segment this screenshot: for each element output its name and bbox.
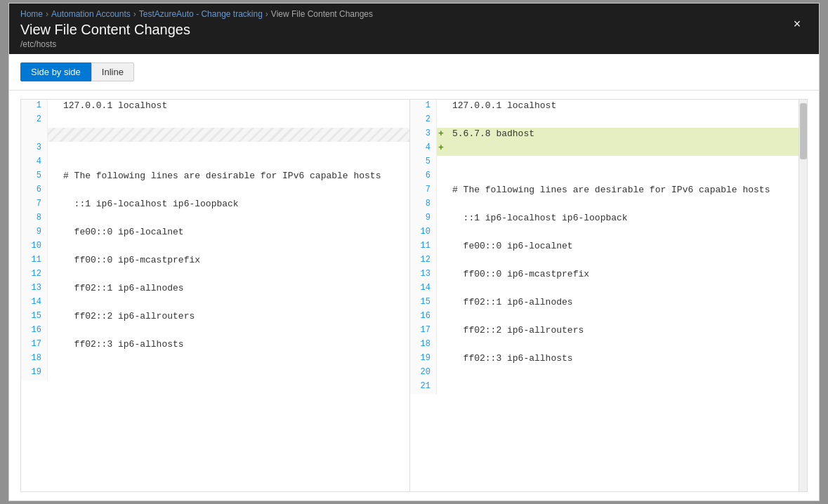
line-change-marker <box>437 198 448 212</box>
line-content: ff02::3 ip6-allhosts <box>59 338 409 352</box>
line-num: 14 <box>410 282 437 296</box>
diff-line: 2 <box>410 114 799 128</box>
breadcrumb-home[interactable]: Home <box>20 9 43 19</box>
line-num: 18 <box>21 352 48 366</box>
line-change-marker <box>48 198 59 212</box>
line-content <box>59 352 409 366</box>
close-button[interactable]: × <box>787 13 808 34</box>
diff-line: 16 <box>21 324 409 338</box>
line-content: ::1 ip6-localhost ip6-loopback <box>448 212 799 226</box>
scrollbar-track[interactable] <box>799 100 807 491</box>
diff-line: 19 <box>21 366 409 380</box>
line-num: 4 <box>21 156 48 170</box>
line-content <box>59 212 409 226</box>
diff-line: 12 <box>410 254 799 268</box>
modal-title: View File Content Changes <box>20 22 808 38</box>
line-num: 2 <box>410 114 437 128</box>
line-change-marker <box>437 338 448 352</box>
line-change-marker <box>48 338 59 352</box>
diff-line: 15 ff02::1 ip6-allnodes <box>410 296 799 310</box>
modal-body: 1127.0.0.1 localhost2345# The following … <box>9 91 819 500</box>
diff-line: 16 <box>410 310 799 324</box>
line-content <box>448 310 799 324</box>
line-content <box>448 142 799 156</box>
line-content <box>448 226 799 240</box>
line-change-marker <box>437 240 448 254</box>
diff-line: 11 ff00::0 ip6-mcastprefix <box>21 254 409 268</box>
line-content <box>448 254 799 268</box>
line-change-marker <box>48 296 59 310</box>
line-change-marker <box>48 142 59 156</box>
diff-line: 6 <box>21 184 409 198</box>
diff-container: 1127.0.0.1 localhost2345# The following … <box>20 99 808 492</box>
line-content <box>59 142 409 156</box>
diff-line: 18 <box>21 352 409 366</box>
modal-overlay: Home › Automation Accounts › TestAzureAu… <box>0 0 828 504</box>
breadcrumb-sep-2: › <box>133 9 136 19</box>
scrollbar-thumb[interactable] <box>800 103 807 159</box>
line-change-marker <box>437 212 448 226</box>
line-change-marker <box>48 324 59 338</box>
line-change-marker <box>437 254 448 268</box>
line-num: 18 <box>410 338 437 352</box>
diff-line: 19 ff02::3 ip6-allhosts <box>410 352 799 366</box>
line-content: ::1 ip6-localhost ip6-loopback <box>59 198 409 212</box>
breadcrumb-automation[interactable]: Automation Accounts <box>51 9 131 19</box>
diff-pane-right[interactable]: 1127.0.0.1 localhost23+5.6.7.8 badhost4+… <box>410 100 799 491</box>
diff-line: 3 <box>21 142 409 156</box>
diff-line-hatched <box>21 128 409 142</box>
tab-inline[interactable]: Inline <box>91 62 134 81</box>
line-change-marker <box>437 184 448 198</box>
line-content: ff02::2 ip6-allrouters <box>448 324 799 338</box>
line-change-marker <box>48 100 59 114</box>
line-change-marker: + <box>437 142 448 156</box>
line-content <box>448 114 799 128</box>
breadcrumb-sep-3: › <box>265 9 268 19</box>
line-change-marker <box>48 240 59 254</box>
line-change-marker <box>437 268 448 282</box>
line-change-marker <box>48 352 59 366</box>
tab-side-by-side[interactable]: Side by side <box>20 62 91 81</box>
diff-line: 11 fe00::0 ip6-localnet <box>410 240 799 254</box>
line-content <box>59 366 409 380</box>
line-change-marker <box>437 380 448 394</box>
diff-pane-left[interactable]: 1127.0.0.1 localhost2345# The following … <box>21 100 410 491</box>
diff-line: 13 ff00::0 ip6-mcastprefix <box>410 268 799 282</box>
diff-line: 5# The following lines are desirable for… <box>21 170 409 184</box>
diff-line: 2 <box>21 114 409 128</box>
line-content: ff00::0 ip6-mcastprefix <box>59 254 409 268</box>
line-content: # The following lines are desirable for … <box>448 184 799 198</box>
line-content <box>448 198 799 212</box>
line-num: 8 <box>21 212 48 226</box>
modal: Home › Automation Accounts › TestAzureAu… <box>8 3 820 501</box>
line-num: 11 <box>21 254 48 268</box>
line-change-marker <box>437 114 448 128</box>
diff-line: 9 fe00::0 ip6-localnet <box>21 226 409 240</box>
line-num: 10 <box>410 226 437 240</box>
line-num: 17 <box>21 338 48 352</box>
diff-line: 20 <box>410 366 799 380</box>
line-content <box>59 184 409 198</box>
hatched-area <box>48 128 409 142</box>
line-change-marker <box>437 366 448 380</box>
diff-line: 18 <box>410 338 799 352</box>
line-num: 19 <box>21 366 48 380</box>
line-change-marker <box>48 226 59 240</box>
diff-line: 7# The following lines are desirable for… <box>410 184 799 198</box>
diff-line: 5 <box>410 156 799 170</box>
diff-line: 10 <box>410 226 799 240</box>
line-change-marker <box>437 296 448 310</box>
line-num: 11 <box>410 240 437 254</box>
line-num: 8 <box>410 198 437 212</box>
breadcrumb-sep-1: › <box>46 9 48 19</box>
line-num: 17 <box>410 324 437 338</box>
diff-line: 6 <box>410 170 799 184</box>
line-content <box>59 324 409 338</box>
diff-line: 21 <box>410 380 799 394</box>
line-num: 9 <box>410 212 437 226</box>
modal-toolbar: Side by side Inline <box>9 54 819 91</box>
line-num: 5 <box>21 170 48 184</box>
diff-line: 8 <box>21 212 409 226</box>
line-content <box>59 268 409 282</box>
breadcrumb-tracking[interactable]: TestAzureAuto - Change tracking <box>139 9 263 19</box>
